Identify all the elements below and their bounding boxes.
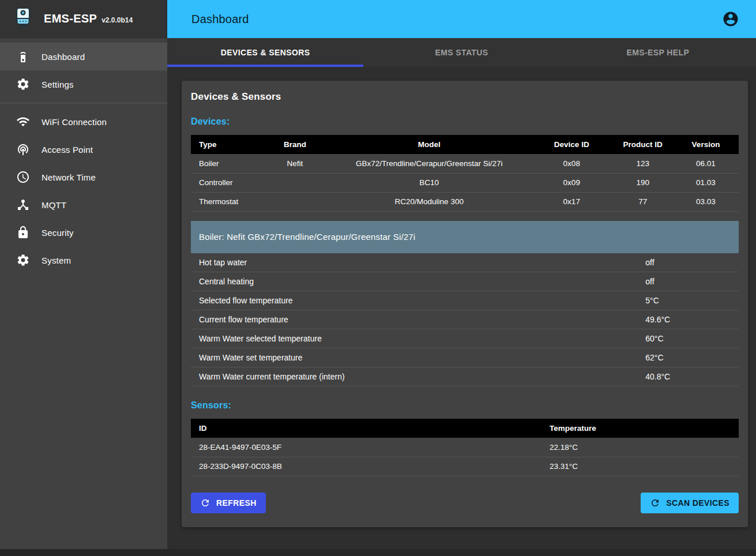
devices-table: Type Brand Model Device ID Product ID Ve… xyxy=(191,135,739,212)
tab-bar: DEVICES & SENSORS EMS STATUS EMS-ESP HEL… xyxy=(167,38,756,67)
sensor-id: 28-233D-9497-0C03-8B xyxy=(191,457,541,476)
cell-type: Controller xyxy=(191,173,262,192)
cell-model: GBx72/Trendline/Cerapur/Greenstar Si/27i xyxy=(328,154,531,173)
table-row-boiler[interactable]: Boiler Nefit GBx72/Trendline/Cerapur/Gre… xyxy=(191,154,739,173)
wifi-icon xyxy=(16,115,30,129)
sidebar-item-label: System xyxy=(42,256,71,265)
detail-value: 60°C xyxy=(637,329,739,348)
detail-label: Warm Water set temperature xyxy=(191,348,637,367)
detail-row: Current flow temperature 49.6°C xyxy=(191,310,739,329)
tab-label: EMS-ESP HELP xyxy=(626,48,689,57)
detail-label: Current flow temperature xyxy=(191,310,637,329)
sensor-temperature: 23.31°C xyxy=(541,457,739,476)
detail-row: Central heating off xyxy=(191,272,739,291)
column-header: ID xyxy=(191,419,541,438)
sidebar-item-wifi-connection[interactable]: WiFi Connection xyxy=(0,108,167,136)
selected-device-title: Boiler: Nefit GBx72/Trendline/Cerapur/Gr… xyxy=(199,232,415,242)
detail-value: 49.6°C xyxy=(637,310,739,329)
column-header: Product ID xyxy=(613,135,674,154)
cell-model: RC20/Moduline 300 xyxy=(328,192,531,211)
selected-device-banner: Boiler: Nefit GBx72/Trendline/Cerapur/Gr… xyxy=(191,221,739,253)
cell-version: 01.03 xyxy=(673,173,739,192)
cell-device-id: 0x08 xyxy=(531,154,613,173)
cell-product-id: 123 xyxy=(613,154,674,173)
sidebar-item-label: MQTT xyxy=(42,200,66,210)
lock-icon xyxy=(16,226,30,239)
ems-esp-app: EMS-ESP v2.0.0b14 Dashboard Settings xyxy=(0,0,756,556)
detail-label: Central heating xyxy=(191,272,637,291)
sensor-row: 28-233D-9497-0C03-8B 23.31°C xyxy=(191,457,739,476)
sidebar-item-label: WiFi Connection xyxy=(42,117,107,127)
action-buttons: REFRESH SCAN DEVICES xyxy=(191,493,739,513)
cell-device-id: 0x17 xyxy=(531,192,613,211)
detail-label: Selected flow temperature xyxy=(191,291,637,310)
sensors-table: ID Temperature 28-EA41-9497-0E03-5F 22.1… xyxy=(191,419,739,476)
cell-brand: Nefit xyxy=(262,154,328,173)
sidebar-item-system[interactable]: System xyxy=(0,246,167,274)
sidebar-item-label: Network Time xyxy=(42,172,96,182)
account-circle-icon[interactable] xyxy=(719,7,742,31)
sidebar-item-security[interactable]: Security xyxy=(0,219,167,246)
cell-brand xyxy=(262,192,328,211)
tab-label: EMS STATUS xyxy=(435,48,488,57)
detail-value: off xyxy=(637,253,739,272)
column-header: Version xyxy=(673,135,739,154)
refresh-icon xyxy=(200,498,210,508)
detail-row: Warm Water set temperature 62°C xyxy=(191,348,739,367)
appbar: Dashboard xyxy=(167,0,756,38)
sensors-heading: Sensors: xyxy=(191,400,739,411)
column-header: Model xyxy=(328,135,531,154)
clock-icon xyxy=(16,170,30,184)
column-header: Brand xyxy=(262,135,328,154)
detail-label: Warm Water current temperature (intern) xyxy=(191,367,637,386)
devices-table-header: Type Brand Model Device ID Product ID Ve… xyxy=(191,135,739,154)
tab-ems-esp-help[interactable]: EMS-ESP HELP xyxy=(560,38,756,67)
bottom-edge-strip xyxy=(0,549,756,556)
cell-model: BC10 xyxy=(328,173,531,192)
sidebar-item-label: Access Point xyxy=(42,145,93,155)
sidebar: EMS-ESP v2.0.0b14 Dashboard Settings xyxy=(0,0,167,549)
refresh-button[interactable]: REFRESH xyxy=(191,493,266,513)
sidebar-item-network-time[interactable]: Network Time xyxy=(0,163,167,191)
page-title: Dashboard xyxy=(191,13,249,26)
table-row-controller[interactable]: Controller BC10 0x09 190 01.03 xyxy=(191,173,739,192)
tab-label: DEVICES & SENSORS xyxy=(221,48,310,57)
sidebar-item-dashboard[interactable]: Dashboard xyxy=(0,43,167,70)
cell-product-id: 77 xyxy=(613,192,674,211)
sidebar-item-access-point[interactable]: Access Point xyxy=(0,136,167,163)
detail-value: 40.8°C xyxy=(637,367,739,386)
column-header: Temperature xyxy=(541,419,739,438)
sidebar-nav: Dashboard Settings WiFi Connection xyxy=(0,38,167,274)
cell-version: 06.01 xyxy=(673,154,739,173)
app-brand: EMS-ESP v2.0.0b14 xyxy=(0,0,167,38)
tab-devices-sensors[interactable]: DEVICES & SENSORS xyxy=(167,38,363,67)
detail-value: 5°C xyxy=(637,291,739,310)
gear-icon xyxy=(16,77,30,91)
detail-label: Warm Water selected temperature xyxy=(191,329,637,348)
sidebar-divider xyxy=(0,103,167,103)
sensor-id: 28-EA41-9497-0E03-5F xyxy=(191,438,541,457)
detail-row: Warm Water selected temperature 60°C xyxy=(191,329,739,348)
cell-type: Thermostat xyxy=(191,192,262,211)
gear-icon xyxy=(16,253,30,267)
detail-value: off xyxy=(637,272,739,291)
app-version: v2.0.0b14 xyxy=(101,16,133,24)
boiler-logo-icon xyxy=(12,6,35,32)
detail-label: Hot tap water xyxy=(191,253,637,272)
device-hub-icon xyxy=(16,198,30,212)
table-row-thermostat[interactable]: Thermostat RC20/Moduline 300 0x17 77 03.… xyxy=(191,192,739,211)
remote-icon xyxy=(16,50,30,63)
refresh-icon xyxy=(650,498,660,508)
wifi-tethering-icon xyxy=(16,142,30,156)
sensors-table-header: ID Temperature xyxy=(191,419,739,438)
refresh-button-label: REFRESH xyxy=(216,498,257,508)
cell-brand xyxy=(262,173,328,192)
content-area: Devices & Sensors Devices: Type Brand Mo… xyxy=(167,67,756,549)
tab-ems-status[interactable]: EMS STATUS xyxy=(363,38,559,67)
sidebar-item-settings[interactable]: Settings xyxy=(0,70,167,98)
sidebar-item-label: Dashboard xyxy=(42,52,85,62)
detail-value: 62°C xyxy=(637,348,739,367)
sidebar-item-mqtt[interactable]: MQTT xyxy=(0,191,167,219)
scan-devices-button[interactable]: SCAN DEVICES xyxy=(641,493,739,513)
sidebar-item-label: Security xyxy=(42,228,74,238)
